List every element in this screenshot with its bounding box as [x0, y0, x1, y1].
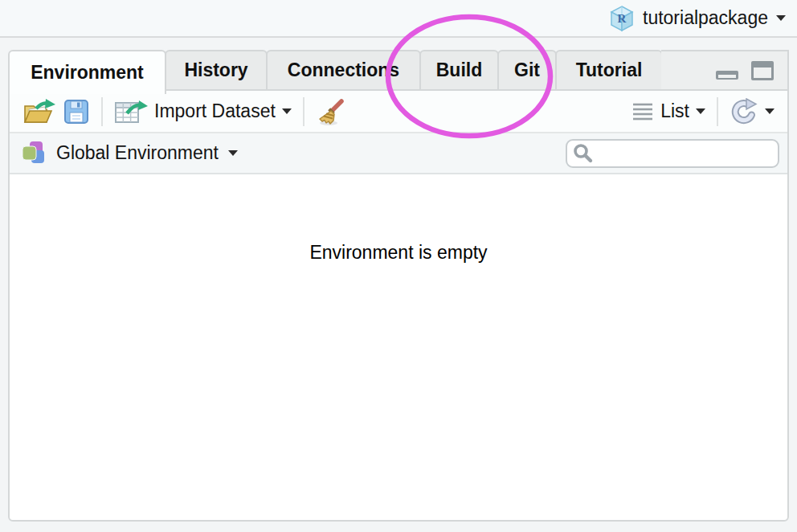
r-letter: R [618, 12, 627, 25]
tab-tutorial[interactable]: Tutorial [555, 50, 663, 91]
chevron-down-icon [228, 150, 238, 156]
environment-scope-bar: Global Environment [10, 133, 787, 174]
environment-pane: Import Dataset [8, 89, 789, 522]
save-workspace-button[interactable] [59, 96, 93, 127]
chevron-down-icon [696, 108, 705, 114]
top-bar: R tutorialpackage [0, 0, 797, 38]
search-input[interactable] [598, 141, 797, 166]
empty-environment-message: Environment is empty [10, 174, 787, 264]
chevron-down-icon [282, 108, 292, 114]
open-workspace-folder-icon [22, 98, 56, 125]
minimize-pane-icon[interactable] [715, 60, 739, 81]
tab-bar-spacer [661, 50, 789, 91]
refresh-button[interactable] [726, 96, 778, 127]
tab-connections[interactable]: Connections [266, 50, 421, 91]
search-box [566, 139, 779, 168]
chevron-down-icon [776, 15, 786, 21]
toolbar-right-group: List [628, 96, 778, 127]
display-mode-button[interactable]: List [628, 99, 709, 124]
pane-tab-bar: Environment History Connections Build Gi… [8, 50, 789, 94]
import-table-icon [114, 99, 148, 125]
project-name: tutorialpackage [643, 7, 768, 29]
chevron-down-icon [765, 108, 775, 114]
clear-objects-button[interactable] [313, 95, 349, 129]
tab-git[interactable]: Git [497, 50, 557, 91]
list-lines-icon [631, 102, 654, 121]
toolbar-separator [101, 97, 103, 126]
environment-content: Environment is empty [10, 174, 787, 520]
maximize-pane-icon[interactable] [750, 60, 775, 81]
r-package-cube-icon: R [609, 5, 635, 32]
environment-toolbar: Import Dataset [10, 91, 787, 133]
project-selector[interactable]: R tutorialpackage [603, 3, 797, 34]
toolbar-separator [303, 97, 304, 126]
broom-icon [316, 96, 346, 127]
save-workspace-icon [63, 98, 90, 125]
import-dataset-button[interactable]: Import Dataset [111, 97, 295, 126]
display-mode-label: List [660, 100, 689, 122]
import-dataset-label: Import Dataset [154, 100, 276, 122]
environment-scope-label: Global Environment [56, 142, 219, 164]
tab-history[interactable]: History [165, 50, 268, 91]
toolbar-separator [717, 97, 718, 126]
refresh-icon [730, 98, 758, 125]
environment-scope-selector[interactable]: Global Environment [21, 141, 238, 166]
environment-stack-icon [21, 141, 47, 166]
search-icon [572, 142, 595, 165]
tab-environment[interactable]: Environment [8, 50, 166, 94]
tab-build[interactable]: Build [419, 50, 499, 91]
load-workspace-button[interactable] [19, 96, 59, 127]
